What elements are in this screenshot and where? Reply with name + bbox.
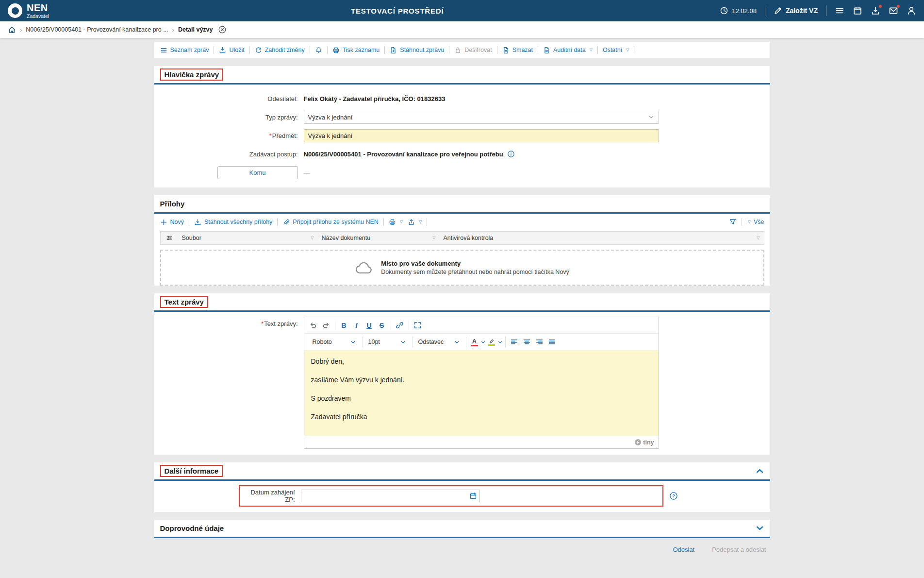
close-tab-icon[interactable]: [218, 25, 227, 34]
seznam-zprav-button[interactable]: Seznam zpráv: [160, 47, 209, 54]
brand-subtitle: Zadavatel: [27, 14, 49, 19]
column-header-nazev-dokumentu[interactable]: Název dokumentu ▽: [318, 232, 440, 244]
user-icon[interactable]: [907, 6, 916, 16]
align-left-icon[interactable]: [508, 336, 521, 348]
column-header-soubor[interactable]: Soubor ▽: [178, 232, 318, 244]
redo-icon[interactable]: [320, 319, 332, 332]
tisk-zaznamu-button[interactable]: Tisk záznamu: [332, 47, 380, 54]
attachments-dropzone[interactable]: Místo pro vaše dokumenty Dokumenty sem m…: [160, 250, 764, 286]
menu-icon[interactable]: [835, 6, 844, 16]
toolbar-divider: [634, 46, 634, 54]
form-row-predmet: *Předmět:: [154, 126, 770, 145]
fullscreen-icon[interactable]: [412, 319, 424, 332]
typ-zpravy-selected-value: Výzva k jednání: [308, 114, 353, 121]
align-center-icon[interactable]: [521, 336, 533, 348]
align-right-icon[interactable]: [533, 336, 546, 348]
datum-zahajeni-input[interactable]: [301, 490, 480, 502]
print-attachments-button[interactable]: ▽: [389, 219, 403, 226]
calendar-icon[interactable]: [469, 492, 477, 500]
toolbar-divider: [277, 218, 278, 226]
auditni-data-button[interactable]: Auditní data ▽: [543, 47, 593, 54]
ulozit-button[interactable]: Uložit: [219, 47, 244, 54]
column-filter-caret-icon[interactable]: ▽: [311, 236, 314, 240]
section-text-zpravy: Text zprávy *Text zprávy: B I U S: [154, 293, 770, 455]
editor-paragraph: S pozdravem: [311, 395, 652, 402]
section-header: Doprovodné údaje: [154, 520, 770, 538]
paragraph-format-select[interactable]: Odstavec: [415, 336, 463, 348]
pripojit-prilohu-button[interactable]: Připojit přílohu ze systému NEN: [282, 219, 378, 226]
filter-icon[interactable]: [729, 218, 737, 226]
list-icon: [160, 47, 167, 54]
italic-icon[interactable]: I: [350, 319, 363, 332]
notification-dot: [896, 4, 900, 8]
zadavaci-postup-label: Zadávací postup:: [154, 151, 304, 158]
stahnout-zpravu-button[interactable]: Stáhnout zprávu: [390, 47, 444, 54]
mail-icon[interactable]: [889, 6, 898, 16]
datum-zahajeni-validation-group: Datum zahájení ZP:: [239, 485, 663, 507]
highlight-color-icon[interactable]: [486, 336, 497, 348]
editor-divider: [466, 337, 466, 347]
grid-settings-icon[interactable]: [166, 235, 173, 241]
editor-divider: [409, 321, 409, 330]
odeslat-button[interactable]: Odeslat: [673, 546, 694, 553]
toolbar-divider: [742, 218, 742, 226]
calendar-icon[interactable]: [853, 6, 862, 16]
create-vz-button[interactable]: Založit VZ: [774, 6, 818, 15]
breadcrumb-parent[interactable]: N006/25/V00005401 - Provozování kanaliza…: [26, 26, 168, 33]
zadavaci-postup-value: N006/25/V00005401 - Provozování kanaliza…: [304, 151, 503, 158]
home-icon[interactable]: [8, 26, 16, 34]
novy-button[interactable]: Nový: [160, 219, 184, 226]
brand-name: NEN: [27, 3, 49, 13]
undo-icon[interactable]: [307, 319, 320, 332]
font-size-select[interactable]: 10pt: [365, 336, 410, 348]
column-filter-caret-icon[interactable]: ▽: [432, 236, 435, 240]
ostatni-button[interactable]: Ostatní ▽: [603, 47, 629, 53]
zahodit-zmeny-button[interactable]: Zahodit změny: [255, 47, 305, 54]
section-title: Hlavička zprávy: [160, 68, 224, 81]
underline-icon[interactable]: U: [363, 319, 376, 332]
server-time-value: 12:02:08: [732, 7, 757, 15]
info-icon[interactable]: [507, 150, 515, 158]
section-header: Hlavička zprávy: [154, 66, 770, 85]
notifications-button[interactable]: [315, 47, 322, 54]
chevron-up-icon[interactable]: [755, 466, 764, 476]
align-justify-icon[interactable]: [546, 336, 559, 348]
editor-content-area[interactable]: Dobrý den, zasíláme Vám výzvu k jednání.…: [304, 350, 659, 436]
column-header-antivirova-kontrola[interactable]: Antivirová kontrola ▽: [440, 232, 764, 244]
export-attachments-button[interactable]: ▽: [408, 219, 422, 226]
bold-icon[interactable]: B: [338, 319, 350, 332]
link-icon[interactable]: [394, 319, 406, 332]
stahnout-vsechny-prilohy-button[interactable]: Stáhnout všechny přílohy: [194, 219, 272, 226]
toolbar-divider: [497, 46, 497, 54]
attachments-table-header: Soubor ▽ Název dokumentu ▽ Antivirová ko…: [160, 231, 764, 245]
help-icon[interactable]: ?: [669, 492, 678, 500]
nen-brand[interactable]: NEN Zadavatel: [8, 3, 49, 19]
odesilatel-label: Odesílatel:: [154, 95, 304, 102]
edit-icon: [774, 6, 782, 15]
chevron-down-icon: [400, 339, 406, 345]
text-color-icon[interactable]: A: [469, 336, 480, 348]
section-title: Text zprávy: [160, 296, 208, 308]
predmet-input[interactable]: [304, 129, 659, 142]
smazat-button[interactable]: Smazat: [502, 47, 533, 54]
typ-zpravy-select[interactable]: Výzva k jednání: [304, 111, 659, 124]
toolbar-divider: [538, 46, 538, 54]
komu-button[interactable]: Komu: [217, 166, 298, 179]
font-family-select[interactable]: Roboto: [309, 336, 360, 348]
chevron-down-icon[interactable]: [755, 524, 764, 533]
vse-filter-button[interactable]: ▽ Vše: [747, 219, 764, 225]
caret-down-icon: ▽: [748, 220, 751, 224]
column-filter-caret-icon[interactable]: ▽: [757, 236, 759, 240]
rich-text-editor: B I U S Roboto: [304, 317, 659, 449]
highlight-color-swatch: [488, 344, 495, 346]
download-tray-icon: [194, 219, 201, 226]
chevron-down-icon[interactable]: [480, 340, 486, 345]
share-icon: [408, 219, 415, 226]
podepsat-a-odeslat-button[interactable]: Podepsat a odeslat: [712, 546, 766, 553]
chevron-down-icon[interactable]: [497, 340, 503, 345]
toolbar-divider: [383, 218, 384, 226]
toolbar-divider: [214, 46, 214, 54]
desifrovat-button[interactable]: Dešifrovat: [454, 47, 492, 54]
strikethrough-icon[interactable]: S: [376, 319, 388, 332]
download-icon[interactable]: [871, 6, 880, 16]
